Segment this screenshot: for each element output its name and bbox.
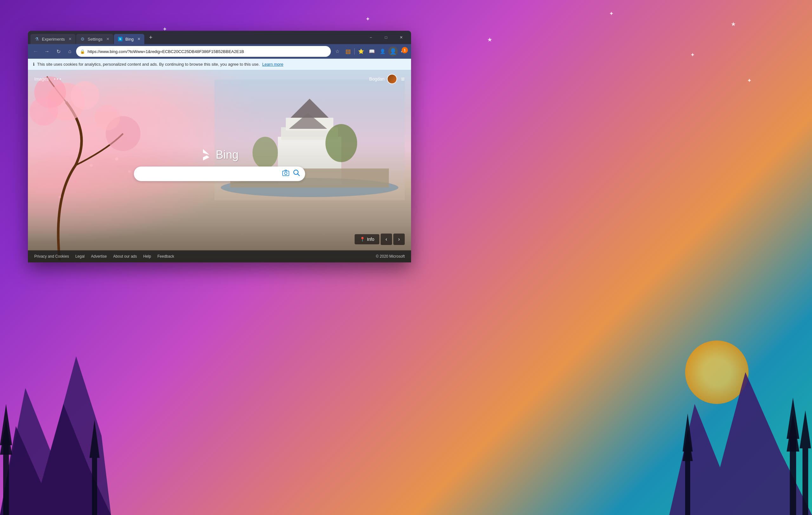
bing-nav-right: Bogdan ≡ xyxy=(369,74,405,84)
svg-point-30 xyxy=(94,105,120,131)
svg-rect-5 xyxy=(92,458,97,515)
location-icon: 📍 xyxy=(360,237,365,242)
info-button[interactable]: 📍 Info xyxy=(355,234,379,244)
close-button[interactable]: ✕ xyxy=(394,32,409,42)
info-icon: ℹ xyxy=(33,62,35,67)
profile-button[interactable]: 👤 xyxy=(388,47,398,56)
bing-avatar xyxy=(387,74,397,84)
footer-advertise[interactable]: Advertise xyxy=(91,254,107,259)
bing-footer: Privacy and Cookies Legal Advertise Abou… xyxy=(28,250,411,262)
castle-illustration xyxy=(214,80,405,200)
tab-experiments[interactable]: ⚗ Experiments ✕ xyxy=(30,34,76,44)
prev-image-button[interactable]: ‹ xyxy=(381,233,392,245)
star-decoration: ✦ xyxy=(366,16,370,23)
more-options-button[interactable]: ••• 1 xyxy=(398,46,409,56)
lock-icon: 🔒 xyxy=(80,49,85,54)
bing-logo-text: Bing xyxy=(216,148,238,162)
address-bar[interactable]: 🔒 https://www.bing.com/?toWww=1&redig=EC… xyxy=(76,46,331,57)
add-to-favorites-button[interactable]: ⭐ xyxy=(356,46,366,56)
cookie-banner: ℹ This site uses cookies for analytics, … xyxy=(28,59,411,70)
bing-nav-more[interactable]: • • • xyxy=(54,77,61,82)
divider xyxy=(354,48,355,55)
reading-list-button[interactable]: 📖 xyxy=(367,46,377,56)
minimize-button[interactable]: − xyxy=(364,32,378,42)
footer-feedback[interactable]: Feedback xyxy=(157,254,174,259)
notification-badge: 1 xyxy=(402,47,408,53)
svg-rect-39 xyxy=(285,170,287,171)
home-button[interactable]: ⌂ xyxy=(65,46,75,56)
footer-about-ads[interactable]: About our ads xyxy=(113,254,137,259)
collections-button[interactable]: ▤ xyxy=(343,46,353,56)
share-button[interactable]: 👤 xyxy=(377,46,387,56)
next-image-button[interactable]: › xyxy=(393,233,405,245)
footer-legal[interactable]: Legal xyxy=(75,254,84,259)
favorites-button[interactable]: ☆ xyxy=(332,46,342,56)
maximize-button[interactable]: □ xyxy=(379,32,393,42)
image-navigation-controls: 📍 Info ‹ › xyxy=(355,233,405,245)
svg-point-34 xyxy=(115,158,118,161)
tab-settings-label: Settings xyxy=(88,37,103,41)
new-tab-button[interactable]: + xyxy=(146,32,156,42)
next-arrow-icon: › xyxy=(398,236,400,242)
tab-settings[interactable]: ⚙ Settings ✕ xyxy=(76,34,113,44)
bing-b-icon xyxy=(200,148,213,161)
bing-search-area: Bing xyxy=(134,148,305,181)
svg-line-41 xyxy=(297,174,299,176)
footer-links: Privacy and Cookies Legal Advertise Abou… xyxy=(34,254,174,259)
learn-more-link[interactable]: Learn more xyxy=(262,62,283,67)
gear-icon: ⚙ xyxy=(80,36,85,41)
svg-point-33 xyxy=(74,180,77,182)
svg-point-32 xyxy=(90,164,93,167)
search-input[interactable] xyxy=(139,171,281,177)
flask-icon: ⚗ xyxy=(34,36,39,41)
bing-nav-left: Images • • • xyxy=(34,77,61,82)
star-decoration: ✦ xyxy=(747,77,752,84)
tab-bar: ⚗ Experiments ✕ ⚙ Settings ✕ b Bing ✕ + … xyxy=(28,31,411,44)
mountain-left xyxy=(0,293,111,515)
back-button[interactable]: ← xyxy=(30,46,40,56)
star-decoration: ★ xyxy=(487,36,492,43)
svg-marker-15 xyxy=(800,410,811,448)
star-decoration: ✦ xyxy=(690,51,695,58)
footer-help[interactable]: Help xyxy=(143,254,151,259)
tab-settings-close[interactable]: ✕ xyxy=(106,37,110,41)
footer-copyright: © 2020 Microsoft xyxy=(376,254,405,259)
cookie-banner-text: This site uses cookies for analytics, pe… xyxy=(37,62,260,67)
search-submit-button[interactable] xyxy=(292,168,301,180)
browser-window: ⚗ Experiments ✕ ⚙ Settings ✕ b Bing ✕ + … xyxy=(28,31,411,262)
navigation-bar: ← → ↻ ⌂ 🔒 https://www.bing.com/?toWww=1&… xyxy=(28,44,411,59)
mountain-right xyxy=(669,293,812,515)
svg-point-24 xyxy=(325,124,357,162)
bing-favicon-icon: b xyxy=(118,36,123,41)
bing-header: Images • • • Bogdan ≡ xyxy=(28,70,411,88)
tab-bing-close[interactable]: ✕ xyxy=(137,37,141,41)
svg-point-35 xyxy=(128,170,131,173)
svg-rect-2 xyxy=(3,445,9,515)
svg-rect-14 xyxy=(803,448,808,515)
star-decoration: ★ xyxy=(731,21,736,28)
tab-experiments-close[interactable]: ✕ xyxy=(68,37,72,41)
tab-bing[interactable]: b Bing ✕ xyxy=(114,34,144,44)
nav-icons-right: ☆ ▤ ⭐ 📖 👤 👤 ••• 1 xyxy=(332,46,409,56)
prev-arrow-icon: ‹ xyxy=(385,236,387,242)
bing-page-content: Images • • • Bogdan ≡ Bing xyxy=(28,70,411,262)
svg-point-31 xyxy=(29,97,58,126)
bing-username: Bogdan xyxy=(369,77,384,82)
refresh-button[interactable]: ↻ xyxy=(53,46,63,56)
url-text: https://www.bing.com/?toWww=1&redig=ECBC… xyxy=(88,49,327,54)
visual-search-button[interactable] xyxy=(281,168,291,179)
tab-bing-label: Bing xyxy=(125,37,134,41)
tab-experiments-label: Experiments xyxy=(42,37,65,41)
bing-user-profile[interactable]: Bogdan xyxy=(369,74,397,84)
info-button-label: Info xyxy=(367,237,374,242)
forward-button[interactable]: → xyxy=(42,46,52,56)
svg-rect-37 xyxy=(283,171,289,175)
bing-nav-images[interactable]: Images xyxy=(34,77,49,82)
search-box[interactable] xyxy=(134,167,305,181)
svg-point-36 xyxy=(58,196,61,198)
svg-point-38 xyxy=(285,172,287,174)
bing-logo: Bing xyxy=(200,148,238,162)
bing-hamburger-menu[interactable]: ≡ xyxy=(401,76,405,83)
footer-privacy[interactable]: Privacy and Cookies xyxy=(34,254,69,259)
star-decoration: ✦ xyxy=(609,10,614,17)
